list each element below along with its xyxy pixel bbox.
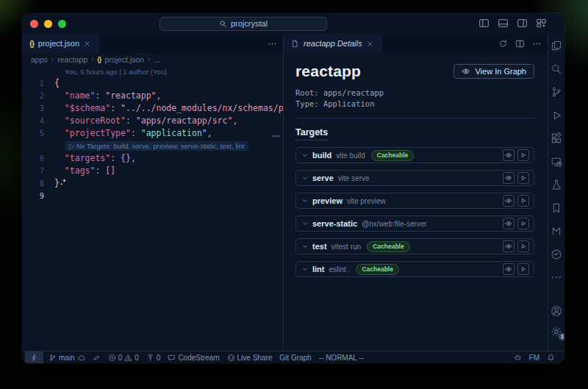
activity-settings-icon[interactable]: 1 bbox=[551, 326, 562, 338]
close-tab-icon[interactable] bbox=[84, 40, 90, 47]
eye-icon bbox=[505, 243, 512, 250]
view-target-button[interactable] bbox=[503, 195, 514, 207]
broadcast-icon bbox=[146, 354, 154, 362]
close-tab-icon[interactable] bbox=[367, 40, 373, 47]
target-row-lint[interactable]: linteslint .Cacheable bbox=[295, 261, 534, 277]
refresh-icon[interactable] bbox=[498, 39, 508, 49]
code-line[interactable]: 9 bbox=[22, 190, 283, 202]
chevron-down-icon[interactable] bbox=[301, 151, 309, 159]
target-name: build bbox=[312, 151, 331, 160]
search-icon bbox=[219, 20, 227, 28]
project-details-panel: reactapp View In Graph Root: apps/reacta… bbox=[284, 53, 548, 351]
code-line[interactable]: 4 "sourceRoot": "apps/reactapp/src", bbox=[22, 115, 283, 127]
target-row-serve-static[interactable]: serve-static@nx/web:file-server bbox=[295, 215, 534, 232]
run-target-button[interactable] bbox=[517, 195, 529, 207]
run-target-button[interactable] bbox=[517, 240, 529, 252]
chevron-down-icon[interactable] bbox=[301, 197, 309, 204]
toggle-sidebar-left-icon[interactable] bbox=[478, 18, 490, 29]
status-item-git-graph[interactable]: Git Graph bbox=[276, 351, 315, 363]
chevron-down-icon[interactable] bbox=[301, 265, 309, 273]
status-label: main bbox=[59, 354, 75, 362]
line-number: 5 bbox=[22, 127, 54, 140]
view-in-graph-button[interactable]: View In Graph bbox=[453, 64, 534, 79]
nx-targets-inline-hint[interactable]: ▷ Nx Targets: build, serve, preview, ser… bbox=[22, 140, 283, 152]
activity-account-icon[interactable] bbox=[551, 305, 562, 317]
activity-nx-console-icon[interactable] bbox=[551, 225, 562, 237]
split-editor-icon[interactable] bbox=[515, 39, 525, 49]
activity-wakatime-icon[interactable] bbox=[551, 249, 562, 260]
run-target-button[interactable] bbox=[517, 149, 529, 161]
activity-remote-explorer-icon[interactable] bbox=[551, 156, 562, 168]
status-item-fm[interactable]: FM bbox=[526, 351, 543, 363]
code-line[interactable]: 6 "targets": {}, bbox=[22, 152, 283, 165]
targets-heading: Targets bbox=[295, 127, 328, 140]
bolt-icon bbox=[30, 354, 38, 362]
close-window-button[interactable] bbox=[30, 20, 38, 28]
more-actions-icon[interactable] bbox=[268, 39, 277, 49]
target-row-preview[interactable]: previewvite preview bbox=[295, 193, 534, 209]
cacheable-badge: Cacheable bbox=[367, 241, 410, 252]
view-target-button[interactable] bbox=[503, 172, 514, 184]
codelens-blame[interactable]: You, 6 hours ago | 1 author (You) bbox=[22, 67, 283, 77]
status-item-codestream[interactable]: CodeStream bbox=[164, 351, 223, 363]
view-target-button[interactable] bbox=[503, 263, 514, 275]
tab-reactapp-details[interactable]: reactapp Details bbox=[284, 34, 381, 53]
line-number: 6 bbox=[22, 152, 54, 165]
status-item-extension-bird[interactable] bbox=[89, 351, 104, 363]
breadcrumb-apps[interactable]: apps bbox=[31, 55, 48, 64]
activity-bar: 1 bbox=[548, 34, 564, 351]
activity-explorer-icon[interactable] bbox=[551, 40, 562, 51]
target-row-serve[interactable]: servevite serve bbox=[295, 170, 534, 186]
toggle-panel-icon[interactable] bbox=[498, 18, 509, 29]
eye-icon bbox=[505, 220, 512, 227]
status-item-live-share[interactable]: Live Share bbox=[223, 351, 276, 363]
status-item-vim-mode[interactable]: -- NORMAL -- bbox=[315, 351, 368, 363]
code-line[interactable]: 5 "projectType": "application", bbox=[22, 127, 283, 140]
code-line[interactable]: 7 "tags": [] bbox=[22, 165, 283, 177]
zoom-window-button[interactable] bbox=[58, 20, 66, 28]
chevron-down-icon[interactable] bbox=[301, 174, 309, 182]
view-target-button[interactable] bbox=[503, 149, 514, 161]
status-label: 0 bbox=[118, 354, 123, 362]
chevron-down-icon[interactable] bbox=[301, 243, 309, 250]
run-target-button[interactable] bbox=[517, 263, 529, 275]
minimize-window-button[interactable] bbox=[44, 20, 52, 28]
code-line[interactable]: 1{ bbox=[22, 77, 283, 90]
activity-search-icon[interactable] bbox=[551, 63, 562, 75]
cacheable-badge: Cacheable bbox=[356, 264, 399, 275]
status-item-problems[interactable]: 00 bbox=[104, 351, 143, 363]
status-item-notifications[interactable] bbox=[543, 351, 559, 363]
activity-source-control-icon[interactable] bbox=[551, 86, 562, 98]
view-target-button[interactable] bbox=[503, 240, 514, 252]
code-line[interactable]: 2 "name": "reactapp", bbox=[22, 90, 283, 102]
activity-run-debug-icon[interactable] bbox=[551, 110, 562, 121]
breadcrumb-reactapp[interactable]: reactapp bbox=[57, 55, 87, 64]
copilot-icon bbox=[514, 354, 522, 362]
breadcrumb-symbol[interactable]: ... bbox=[154, 55, 160, 64]
activity-bookmarks-icon[interactable] bbox=[551, 202, 562, 214]
tab-project-json[interactable]: {} project.json bbox=[22, 34, 98, 53]
target-row-build[interactable]: buildvite buildCacheable bbox=[295, 147, 534, 163]
code-line[interactable]: 8} bbox=[22, 177, 283, 190]
status-item-copilot[interactable] bbox=[510, 351, 526, 363]
status-item-ports[interactable]: 0 bbox=[143, 351, 165, 363]
status-item-git-branch[interactable]: main bbox=[45, 351, 89, 363]
chevron-down-icon[interactable] bbox=[301, 220, 309, 227]
customize-layout-icon[interactable] bbox=[536, 18, 547, 29]
activity-testing-icon[interactable] bbox=[551, 179, 562, 190]
target-row-test[interactable]: testvitest runCacheable bbox=[295, 238, 534, 254]
activity-more-icon[interactable] bbox=[551, 271, 562, 283]
activity-extensions-icon[interactable] bbox=[551, 132, 562, 144]
more-actions-icon[interactable] bbox=[532, 39, 542, 49]
status-item-runner[interactable] bbox=[25, 351, 43, 363]
command-center-search[interactable]: projcrystal bbox=[159, 17, 327, 31]
run-target-button[interactable] bbox=[517, 172, 529, 184]
run-target-button[interactable] bbox=[517, 218, 529, 229]
toggle-sidebar-right-icon[interactable] bbox=[517, 18, 528, 29]
json-file-icon: {} bbox=[29, 40, 34, 48]
breadcrumb-project-json[interactable]: project.json bbox=[104, 55, 144, 64]
code-editor[interactable]: You, 6 hours ago | 1 author (You) 1{2 "n… bbox=[22, 65, 283, 351]
view-target-button[interactable] bbox=[503, 218, 514, 229]
code-line[interactable]: 3 "$schema": "../../node_modules/nx/sche… bbox=[22, 102, 283, 115]
target-command: vitest run bbox=[331, 243, 362, 251]
